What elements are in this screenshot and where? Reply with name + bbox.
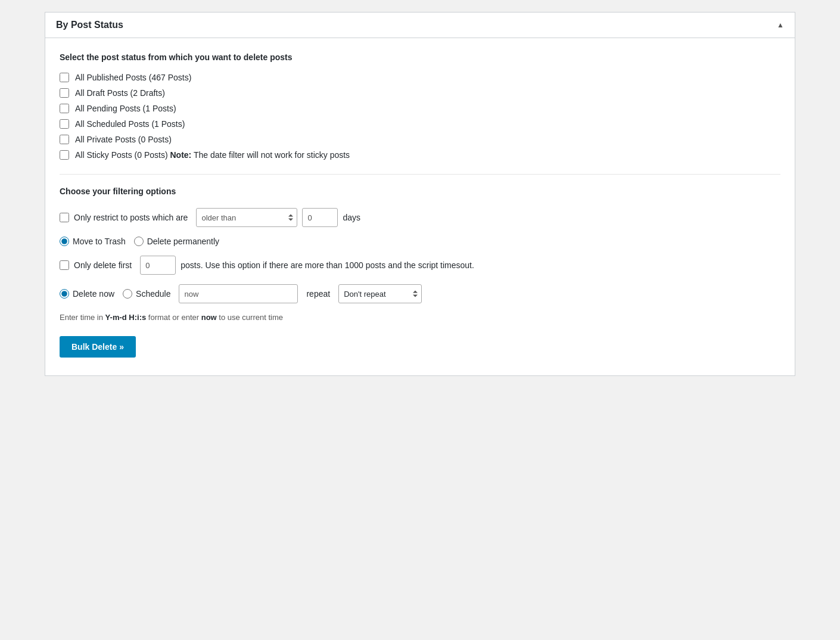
radio-move-to-trash[interactable] [60,237,69,246]
days-number-input[interactable] [302,208,338,227]
time-hint-prefix: Enter time in [60,313,105,322]
schedule-label[interactable]: Schedule [123,289,170,299]
post-status-list: All Published Posts (467 Posts) All Draf… [60,73,780,160]
time-hint-format: Y-m-d H:i:s [105,313,147,322]
checkbox-private[interactable] [60,135,69,144]
list-item: All Scheduled Posts (1 Posts) [60,119,780,129]
checkbox-draft-label[interactable]: All Draft Posts (2 Drafts) [75,88,165,98]
limit-label[interactable]: Only delete first [74,260,132,270]
list-item: All Private Posts (0 Posts) [60,135,780,144]
limit-suffix-text: posts. Use this option if there are more… [181,260,474,270]
filter-row-restrict: Only restrict to posts which are older t… [60,208,780,227]
filter-row-schedule: Delete now Schedule repeat Don't repeat … [60,284,780,303]
list-item: All Sticky Posts (0 Posts) Note: The dat… [60,150,780,160]
section1-title: Select the post status from which you wa… [60,52,780,62]
list-item: All Pending Posts (1 Posts) [60,104,780,113]
filter-row-limit: Only delete first posts. Use this option… [60,256,780,275]
schedule-text: Schedule [136,289,170,299]
bulk-delete-button[interactable]: Bulk Delete » [60,336,136,358]
limit-number-input[interactable] [140,256,176,275]
checkbox-sticky-label[interactable]: All Sticky Posts (0 Posts) Note: The dat… [75,150,350,160]
time-hint: Enter time in Y-m-d H:i:s format or ente… [60,313,780,322]
filter-row-delete-type: Move to Trash Delete permanently [60,237,780,246]
checkbox-published[interactable] [60,73,69,82]
divider [60,174,780,175]
sticky-note-bold: Note: [170,150,191,160]
collapse-icon[interactable]: ▲ [777,21,784,29]
checkbox-limit[interactable] [60,260,69,270]
checkbox-pending-label[interactable]: All Pending Posts (1 Posts) [75,104,176,113]
days-label: days [343,213,360,222]
by-post-status-panel: By Post Status ▲ Select the post status … [45,12,795,376]
panel-title: By Post Status [56,20,123,30]
section2-title: Choose your filtering options [60,187,780,196]
checkbox-scheduled[interactable] [60,119,69,129]
checkbox-private-label[interactable]: All Private Posts (0 Posts) [75,135,172,144]
delete-now-text: Delete now [73,289,114,299]
time-hint-middle: format or enter [146,313,201,322]
radio-delete-permanently[interactable] [134,237,144,246]
checkbox-pending[interactable] [60,104,69,113]
restrict-label[interactable]: Only restrict to posts which are [74,213,188,222]
time-hint-now: now [201,313,217,322]
checkbox-restrict[interactable] [60,213,69,222]
checkbox-published-label[interactable]: All Published Posts (467 Posts) [75,73,191,82]
move-to-trash-label[interactable]: Move to Trash [60,237,126,246]
radio-schedule[interactable] [123,289,132,299]
checkbox-draft[interactable] [60,88,69,98]
panel-header: By Post Status ▲ [45,13,795,38]
list-item: All Published Posts (467 Posts) [60,73,780,82]
time-hint-suffix: to use current time [217,313,283,322]
radio-delete-now[interactable] [60,289,69,299]
list-item: All Draft Posts (2 Drafts) [60,88,780,98]
delete-permanently-label[interactable]: Delete permanently [134,237,219,246]
schedule-time-input[interactable] [179,284,298,303]
move-to-trash-text: Move to Trash [73,237,126,246]
checkbox-scheduled-label[interactable]: All Scheduled Posts (1 Posts) [75,119,185,129]
delete-now-label[interactable]: Delete now [60,289,114,299]
panel-body: Select the post status from which you wa… [45,38,795,375]
repeat-dropdown[interactable]: Don't repeat Daily Weekly Monthly [338,284,422,303]
checkbox-sticky[interactable] [60,150,69,160]
delete-permanently-text: Delete permanently [147,237,219,246]
age-filter-dropdown[interactable]: older than newer than [196,208,297,227]
repeat-label: repeat [306,289,330,299]
